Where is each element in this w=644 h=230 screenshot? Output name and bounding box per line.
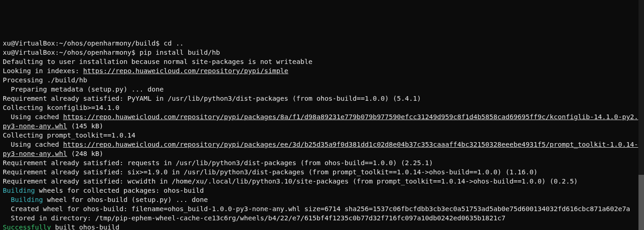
shell-prompt: xu@VirtualBox:~/ohos/openharmony$ — [3, 49, 140, 56]
output-line: Requirement already satisfied: PyYAML in… — [3, 95, 421, 102]
shell-prompt: xu@VirtualBox:~/ohos/openharmony/build$ — [3, 40, 164, 47]
output-line: Using cached — [3, 141, 63, 148]
output-line: Processing ./build/hb — [3, 76, 87, 84]
building-label: Building — [3, 187, 35, 194]
output-line: (248 kB) — [67, 150, 104, 157]
terminal-output[interactable]: xu@VirtualBox:~/ohos/openharmony/build$ … — [3, 39, 638, 230]
command-text: pip install build/hb — [140, 49, 220, 56]
output-line: Requirement already satisfied: six>=1.9.… — [3, 168, 538, 176]
output-line: Looking in indexes: — [3, 67, 83, 75]
output-line: Requirement already satisfied: wcwidth i… — [3, 178, 578, 185]
output-line: wheels for collected packages: ohos-buil… — [35, 187, 204, 194]
building-label: Building — [3, 196, 43, 203]
output-line: (145 kB) — [67, 122, 104, 130]
output-line: Created wheel for ohos-build: filename=o… — [3, 205, 630, 213]
output-line: Using cached — [3, 113, 63, 121]
scrollbar-thumb[interactable] — [638, 175, 644, 230]
scrollbar-track[interactable] — [638, 0, 644, 230]
output-line: Preparing metadata (setup.py) ... done — [3, 86, 164, 93]
output-line: Collecting prompt_toolkit==1.0.14 — [3, 132, 135, 139]
output-line: Collecting kconfiglib>=14.1.0 — [3, 104, 119, 111]
index-url-link[interactable]: https://repo.huaweicloud.com/repository/… — [83, 67, 288, 75]
command-text: cd .. — [164, 40, 184, 47]
output-line: Stored in directory: /tmp/pip-ephem-whee… — [3, 214, 505, 222]
output-line: wheel for ohos-build (setup.py) ... done — [43, 196, 208, 203]
output-line: Defaulting to user installation because … — [3, 58, 312, 65]
output-line: Requirement already satisfied: requests … — [3, 159, 433, 167]
output-line: built ohos-build — [51, 224, 119, 230]
success-label: Successfully — [3, 224, 51, 230]
